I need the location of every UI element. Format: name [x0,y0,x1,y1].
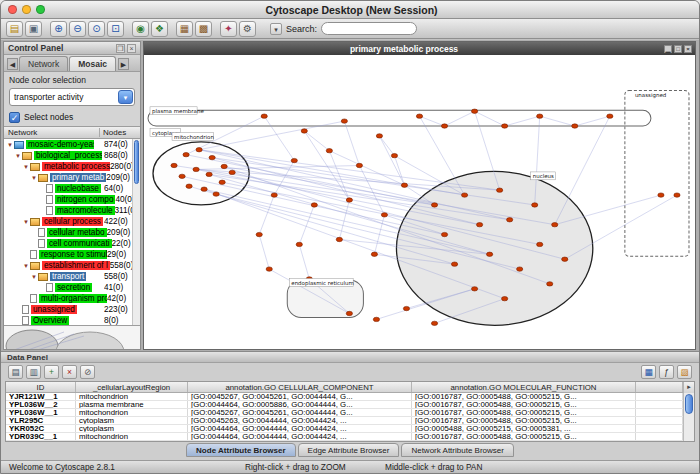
table-row[interactable]: YJR121W__1mitochondrion[GO:0045267, GO:0… [6,393,683,401]
frame-close-icon[interactable]: × [684,45,692,53]
graph-node[interactable] [487,252,493,256]
graph-node[interactable] [451,262,457,266]
graph-node[interactable] [229,170,235,174]
vizmapper-icon[interactable]: ✦ [220,21,237,37]
grid-icon[interactable]: ▦ [641,365,656,379]
edge[interactable] [445,111,475,126]
graph-node[interactable] [209,155,215,159]
graph-node[interactable] [206,172,212,176]
graph-node[interactable] [311,203,317,207]
zoom-fit-icon[interactable]: ⊡ [107,21,124,37]
graph-node[interactable] [296,242,302,246]
expand-arrow-icon[interactable]: ▼ [30,175,38,181]
tree-row[interactable]: ▼metabolic process280(0) [4,161,140,172]
select-nodes-checkbox[interactable]: ✓ [9,112,20,123]
tab-scroll-left-icon[interactable]: ◀ [7,58,18,70]
graph-node[interactable] [552,223,558,227]
column-header[interactable]: annotation.GO MOLECULAR_FUNCTION [412,382,636,392]
edge[interactable] [379,136,404,185]
graph-node[interactable] [441,124,447,128]
tab-mosaic[interactable]: Mosaic [69,56,116,71]
tab-network-attribute-browser[interactable]: Network Attribute Browser [401,443,513,457]
graph-node[interactable] [221,164,227,168]
graph-node[interactable] [356,163,362,167]
new-network-from-selection-icon[interactable]: ❖ [151,21,168,37]
graph-node[interactable] [261,114,267,118]
edge[interactable] [505,116,540,126]
graph-node[interactable] [532,203,538,207]
equation-builder-icon[interactable]: ƒ [659,365,674,379]
graph-node[interactable] [471,109,477,113]
edge[interactable] [259,235,269,270]
graph-node[interactable] [497,188,503,192]
graph-node[interactable] [507,218,513,222]
tree-row[interactable]: multi-organism pro42(0) [4,293,140,304]
delete-attribute-icon[interactable]: × [62,365,77,379]
tree-scrollbar[interactable] [132,139,140,325]
edge[interactable] [264,116,294,160]
close-window-icon[interactable] [8,5,17,14]
graph-node[interactable] [562,257,568,261]
tree-row[interactable]: response to stimul29(0) [4,249,140,260]
tree-row[interactable]: ▼cellular process422(0) [4,216,140,227]
graph-node[interactable] [441,232,447,236]
region-unassigned[interactable] [625,91,689,257]
graph-node[interactable] [301,129,307,133]
table-row[interactable]: YDR039C__1mitochondrion[GO:0044464, GO:0… [6,433,683,441]
table-row[interactable]: YKR052Ccytoplasm[GO:0044464, GO:0044444,… [6,425,683,433]
tree-row[interactable]: secretion41(0) [4,282,140,293]
edge[interactable] [299,244,309,279]
column-config-icon[interactable]: ▸ [683,382,694,393]
graph-node[interactable] [171,163,177,167]
tree-row[interactable]: Overview8(0) [4,315,140,326]
tab-node-attribute-browser[interactable]: Node Attribute Browser [186,443,296,457]
frame-maximize-icon[interactable]: □ [674,45,682,53]
select-attributes-icon[interactable]: ▤ [8,365,23,379]
tree-row[interactable]: nitrogen compo40(0) [4,194,140,205]
unselect-attributes-icon[interactable]: ▥ [26,365,41,379]
graph-node[interactable] [186,184,192,188]
graph-node[interactable] [376,134,382,138]
graph-node[interactable] [537,114,543,118]
edge[interactable] [274,161,294,196]
graph-node[interactable] [471,287,477,291]
edge[interactable] [555,116,610,225]
tree-row[interactable]: macromolecule311(0) [4,205,140,216]
tree-row[interactable]: cell communicati22(0) [4,238,140,249]
edge[interactable] [304,131,329,151]
tree-scrollbar-thumb[interactable] [134,140,139,184]
import-attributes-icon[interactable]: ▩ [195,21,212,37]
graph-node[interactable] [658,193,664,197]
save-session-icon[interactable]: ▣ [25,21,42,37]
graph-node[interactable] [517,267,523,271]
edge[interactable] [420,116,445,126]
edge[interactable] [475,111,505,126]
graph-node[interactable] [502,297,508,301]
graph-node[interactable] [572,124,578,128]
node-color-dropdown[interactable]: transporter activity ▼ [9,88,135,106]
network-canvas[interactable]: plasma membranecytoplasmmitochondrionnuc… [144,55,695,349]
tree-row[interactable]: ▼establishment of l558(0) [4,260,140,271]
import-table-icon[interactable]: ▨ [677,365,692,379]
preferences-icon[interactable]: ⚙ [239,21,256,37]
tree-row[interactable]: nucleobase64(0) [4,183,140,194]
zoom-in-icon[interactable]: ⊕ [50,21,67,37]
expand-arrow-icon[interactable]: ▼ [6,142,14,148]
tree-row[interactable]: cellular metabo209(0) [4,227,140,238]
zoom-selected-icon[interactable]: ⊙ [88,21,105,37]
tree-row[interactable]: ▼biological_process868(0) [4,150,140,161]
float-panel-icon[interactable]: ❐ [116,44,125,53]
edge[interactable] [575,116,610,126]
graph-node[interactable] [431,321,437,325]
graph-node[interactable] [547,282,553,286]
graph-node[interactable] [193,167,199,171]
graph-node[interactable] [391,153,397,157]
tab-scroll-right-icon[interactable]: ▶ [118,58,129,70]
graph-node[interactable] [401,183,407,187]
tab-edge-attribute-browser[interactable]: Edge Attribute Browser [298,443,400,457]
trash-icon[interactable]: ⊘ [80,365,95,379]
graph-node[interactable] [213,192,219,196]
open-session-icon[interactable]: ▤ [6,21,23,37]
edge[interactable] [540,116,575,126]
graph-node[interactable] [461,193,467,197]
